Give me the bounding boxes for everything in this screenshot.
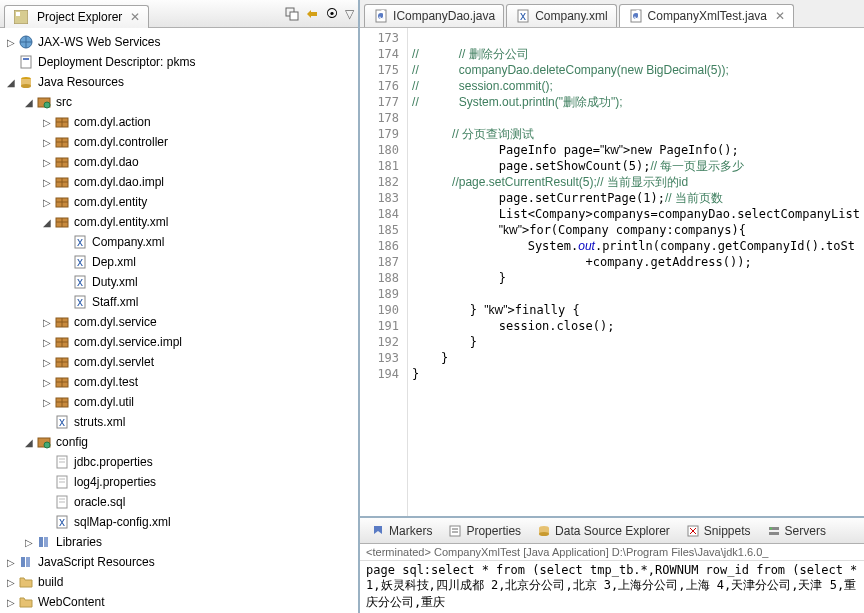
bottom-tab-data-source-explorer[interactable]: Data Source Explorer [530, 520, 677, 542]
tree-item-label: sqlMap-config.xml [74, 515, 171, 529]
tree-item[interactable]: xstruts.xml [0, 412, 358, 432]
pkg-icon [54, 134, 70, 150]
expander-icon[interactable] [40, 495, 54, 509]
pkg-icon [54, 154, 70, 170]
svg-text:x: x [77, 295, 83, 309]
expander-icon[interactable] [58, 255, 72, 269]
console-output[interactable]: page sql:select * from (select tmp_tb.*,… [360, 561, 864, 613]
tree-item[interactable]: ▷build [0, 572, 358, 592]
svg-point-89 [770, 527, 772, 529]
tree-item[interactable]: ◢src [0, 92, 358, 112]
project-tree[interactable]: ▷JAX-WS Web ServicesDeployment Descripto… [0, 28, 358, 613]
expander-icon[interactable]: ◢ [4, 75, 18, 89]
svg-rect-70 [21, 557, 25, 567]
tree-item[interactable]: ▷JAX-WS Web Services [0, 32, 358, 52]
tree-item[interactable]: xDep.xml [0, 252, 358, 272]
view-menu-icon[interactable]: ▽ [345, 7, 354, 21]
tree-item[interactable]: ▷com.dyl.servlet [0, 352, 358, 372]
expander-icon[interactable]: ◢ [22, 95, 36, 109]
tree-item[interactable]: xDuty.xml [0, 272, 358, 292]
expander-icon[interactable] [4, 55, 18, 69]
tree-item[interactable]: ▷com.dyl.dao.impl [0, 172, 358, 192]
file-icon [54, 454, 70, 470]
expander-icon[interactable]: ▷ [4, 555, 18, 569]
expander-icon[interactable]: ▷ [40, 355, 54, 369]
tree-item[interactable]: log4j.properties [0, 472, 358, 492]
svg-text:x: x [77, 255, 83, 269]
tree-item[interactable]: Deployment Descriptor: pkms [0, 52, 358, 72]
tree-item[interactable]: ▷com.dyl.controller [0, 132, 358, 152]
expander-icon[interactable]: ◢ [40, 215, 54, 229]
expander-icon[interactable]: ▷ [4, 575, 18, 589]
expander-icon[interactable]: ▷ [40, 155, 54, 169]
tree-item[interactable]: ◢Java Resources [0, 72, 358, 92]
editor-tab[interactable]: xCompany.xml [506, 4, 616, 27]
tree-item-label: Java Resources [38, 75, 124, 89]
tree-item[interactable]: ▷Libraries [0, 532, 358, 552]
editor-tab[interactable]: JICompanyDao.java [364, 4, 504, 27]
expander-icon[interactable]: ▷ [4, 35, 18, 49]
expander-icon[interactable]: ▷ [40, 195, 54, 209]
svg-rect-1 [16, 12, 20, 16]
expander-icon[interactable]: ▷ [22, 535, 36, 549]
expander-icon[interactable]: ▷ [40, 335, 54, 349]
tree-item[interactable]: ▷com.dyl.entity [0, 192, 358, 212]
tree-item[interactable]: ▷WebContent [0, 592, 358, 612]
tree-item-label: com.dyl.controller [74, 135, 168, 149]
expander-icon[interactable]: ▷ [40, 375, 54, 389]
expander-icon[interactable]: ▷ [40, 115, 54, 129]
expander-icon[interactable]: ▷ [40, 175, 54, 189]
lib-icon [36, 534, 52, 550]
bottom-tab-properties[interactable]: Properties [441, 520, 528, 542]
collapse-all-icon[interactable] [285, 7, 299, 21]
expander-icon[interactable]: ▷ [40, 315, 54, 329]
tree-item[interactable]: ◢com.dyl.entity.xml [0, 212, 358, 232]
tree-item[interactable]: oracle.sql [0, 492, 358, 512]
tree-item[interactable]: ▷com.dyl.dao [0, 152, 358, 172]
bottom-tab-snippets[interactable]: Snippets [679, 520, 758, 542]
bottom-tab-label: Data Source Explorer [555, 524, 670, 538]
expander-icon[interactable] [40, 515, 54, 529]
tree-item[interactable]: ▷com.dyl.test [0, 372, 358, 392]
project-explorer-tab[interactable]: Project Explorer ✕ [4, 5, 149, 28]
tree-item[interactable]: ▷com.dyl.util [0, 392, 358, 412]
expander-icon[interactable] [58, 275, 72, 289]
view-tab-label: Project Explorer [37, 10, 122, 24]
bottom-tab-markers[interactable]: Markers [364, 520, 439, 542]
close-icon[interactable]: ✕ [130, 10, 140, 24]
expander-icon[interactable]: ▷ [40, 135, 54, 149]
close-icon[interactable]: ✕ [775, 9, 785, 23]
view-toolbar: ⦿ ▽ [285, 7, 354, 21]
expander-icon[interactable] [40, 415, 54, 429]
code-editor[interactable]: 173 174 175 176 177 178 179 180 181 182 … [360, 28, 864, 518]
tree-item[interactable]: ▷com.dyl.service [0, 312, 358, 332]
console-description: <terminated> CompanyXmlTest [Java Applic… [360, 544, 864, 561]
srv-icon [767, 524, 781, 538]
tree-item-label: JAX-WS Web Services [38, 35, 160, 49]
svg-text:J: J [379, 8, 385, 22]
expander-icon[interactable]: ◢ [22, 435, 36, 449]
code-content[interactable]: // // 删除分公司 // companyDao.deleteCompany(… [408, 28, 864, 516]
expander-icon[interactable] [58, 295, 72, 309]
svg-text:x: x [520, 9, 526, 23]
tree-item[interactable]: ▷com.dyl.service.impl [0, 332, 358, 352]
tree-item[interactable]: ▷com.dyl.action [0, 112, 358, 132]
link-editor-icon[interactable] [305, 7, 319, 21]
tree-item[interactable]: xCompany.xml [0, 232, 358, 252]
tree-item[interactable]: ◢config [0, 432, 358, 452]
expander-icon[interactable]: ▷ [4, 595, 18, 609]
tree-item[interactable]: xStaff.xml [0, 292, 358, 312]
expander-icon[interactable] [40, 455, 54, 469]
tree-item-label: com.dyl.action [74, 115, 151, 129]
tree-item-label: oracle.sql [74, 495, 125, 509]
tree-item[interactable]: jdbc.properties [0, 452, 358, 472]
focus-icon[interactable]: ⦿ [325, 7, 339, 21]
editor-tab[interactable]: JCompanyXmlTest.java✕ [619, 4, 794, 27]
expander-icon[interactable] [58, 235, 72, 249]
tree-item-label: Dep.xml [92, 255, 136, 269]
tree-item[interactable]: ▷JavaScript Resources [0, 552, 358, 572]
tree-item[interactable]: xsqlMap-config.xml [0, 512, 358, 532]
bottom-tab-servers[interactable]: Servers [760, 520, 833, 542]
expander-icon[interactable]: ▷ [40, 395, 54, 409]
expander-icon[interactable] [40, 475, 54, 489]
